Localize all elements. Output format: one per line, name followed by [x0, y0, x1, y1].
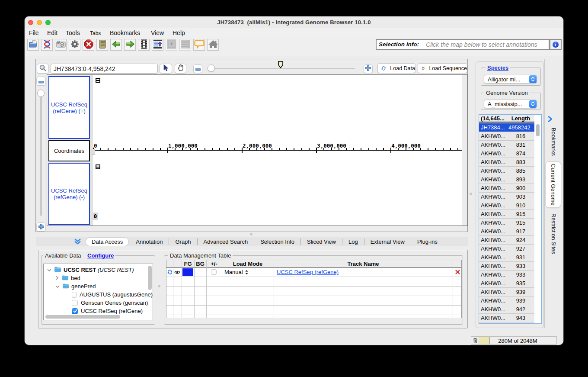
track-visibility-button[interactable] [173, 267, 182, 277]
species-title-link[interactable]: Species [486, 64, 510, 71]
open-file-button[interactable] [27, 39, 39, 51]
genome-canvas[interactable]: 01,000,0002,000,0003,000,0004,000,000 0 [93, 75, 462, 226]
header-load-mode[interactable]: Load Mode [222, 260, 274, 267]
sequence-row[interactable]: AKHW0... 939 [479, 288, 534, 296]
sequence-row[interactable]: AKHW0... 942 [479, 305, 534, 314]
table-scrollbar-thumb[interactable] [536, 124, 540, 136]
sequence-row[interactable]: AKHW0... 943 [479, 314, 534, 322]
checkbox-unchecked[interactable] [211, 269, 217, 275]
sequence-row[interactable]: AKHW0... 939 [479, 296, 534, 305]
tree-node-bed[interactable]: bed [44, 274, 153, 282]
collapse-track-plus-icon[interactable] [96, 78, 100, 83]
bottom-tab[interactable]: Advanced Search [197, 238, 254, 245]
bottom-tab[interactable]: Sliced View [300, 238, 342, 245]
main-bottom-split-handle[interactable] [250, 233, 252, 235]
header-bg[interactable]: BG [194, 260, 206, 267]
home-button[interactable] [207, 39, 219, 51]
bottom-tab[interactable]: External View [364, 238, 411, 245]
checkbox-checked[interactable] [72, 308, 78, 314]
sequence-row[interactable]: AKHW0... 900 [479, 184, 534, 193]
axis-handle[interactable] [92, 149, 95, 155]
export-button[interactable] [152, 39, 163, 51]
sequence-row[interactable]: AKHW0... 933 [479, 271, 534, 279]
load-data-button[interactable]: Load Data [377, 63, 415, 73]
column-header-name[interactable]: (14,645... [481, 115, 505, 122]
dna-button[interactable] [41, 39, 53, 51]
plusminus-checkbox[interactable] [211, 269, 217, 275]
menu-file[interactable]: File [29, 29, 39, 36]
bottom-tab[interactable]: Log [342, 238, 364, 245]
side-tab-current-genome[interactable]: Current Genome [545, 161, 561, 208]
table-scrollbar[interactable] [534, 115, 541, 323]
tutorial-button[interactable] [96, 39, 108, 51]
selection-info-field[interactable]: Selection Info: Click the map below to s… [376, 39, 550, 50]
genome-version-select[interactable]: A_mississip... [484, 100, 537, 108]
sequence-row[interactable]: AKHW0... 816 [479, 132, 534, 141]
menu-tabs[interactable]: Tabs [90, 30, 101, 36]
sequence-row[interactable]: AKHW0... 885 [479, 167, 534, 175]
back-button[interactable] [110, 39, 122, 51]
pan-tool-button[interactable] [175, 64, 186, 74]
chevron-right-icon[interactable] [56, 275, 59, 281]
track-label-coordinates[interactable]: Coordinates [48, 140, 90, 161]
sequence-row[interactable]: AKHW0... 924 [479, 236, 534, 245]
sequence-row[interactable]: AKHW0... 915 [479, 210, 534, 219]
forward-button[interactable] [124, 39, 136, 51]
chevron-down-icon[interactable] [55, 284, 60, 290]
tree-node-ucsc-rest[interactable]: UCSC REST (UCSC REST) [44, 266, 153, 274]
sequence-row-selected[interactable]: JH7384... 4958242 [479, 123, 534, 132]
sequence-row[interactable]: AKHW0... 931 [479, 253, 534, 262]
track-name-cell[interactable]: UCSC RefSeq (refGene) [277, 267, 339, 277]
checkbox-unchecked[interactable] [72, 292, 77, 298]
checkbox-unchecked[interactable] [72, 300, 78, 306]
menu-edit[interactable]: Edit [47, 29, 58, 36]
sequence-row[interactable]: AKHW0... 935 [479, 279, 534, 288]
header-track-name[interactable]: Track Name [274, 260, 453, 267]
header-plusminus[interactable]: +/- [206, 260, 222, 267]
sequence-row[interactable]: AKHW0... 927 [479, 245, 534, 253]
side-tab-restriction-sites[interactable]: Restriction Sites [546, 211, 561, 256]
side-tabs-collapse-button[interactable] [546, 116, 553, 124]
chevron-down-icon[interactable] [47, 267, 51, 273]
bottom-tab-data-access[interactable]: Data Access [86, 237, 129, 246]
sequence-row[interactable]: AKHW0... 915 [479, 219, 534, 227]
load-mode-select[interactable]: Manual [224, 267, 249, 277]
sequence-row[interactable]: AKHW0... 910 [479, 201, 534, 210]
zoom-slider-thumb[interactable] [208, 64, 215, 72]
bottom-split-handle[interactable] [158, 285, 160, 287]
zoom-out-button[interactable] [193, 64, 202, 73]
menu-tools[interactable]: Tools [66, 29, 80, 36]
vertical-zoom-out-button[interactable] [36, 77, 46, 86]
tree-node-genepred[interactable]: genePred [44, 282, 153, 290]
sequence-row[interactable]: AKHW0... 903 [479, 193, 534, 201]
location-input[interactable]: JH738473:0-4,958,242 [51, 64, 158, 74]
sequence-row[interactable]: AKHW0... 933 [479, 262, 534, 271]
track-label-refseq-minus[interactable]: UCSC RefSeq (refGene) (-) [48, 163, 90, 225]
search-button[interactable] [37, 64, 49, 74]
sequence-row[interactable]: AKHW0... 874 [479, 149, 534, 158]
tree-horizontal-scrollbar[interactable] [45, 315, 120, 319]
side-tab-bookmarks[interactable]: Bookmarks [546, 128, 561, 156]
camera-button[interactable] [55, 39, 67, 51]
preferences-button[interactable] [69, 39, 80, 51]
vertical-zoom-in-button[interactable] [36, 222, 46, 232]
delete-track-button[interactable] [453, 267, 462, 277]
bottom-tab[interactable]: Selection Info [254, 238, 300, 245]
track-label-refseq-plus[interactable]: UCSC RefSeq (refGene) (+) [48, 76, 90, 139]
menu-help[interactable]: Help [173, 29, 185, 36]
fg-color-swatch[interactable] [182, 268, 193, 276]
sequence-row[interactable]: AKHW0... 883 [479, 158, 534, 167]
minimize-tabs-button[interactable] [73, 238, 82, 245]
sequence-row[interactable]: AKHW0... 831 [479, 141, 534, 149]
stop-button[interactable] [83, 39, 94, 51]
menu-view[interactable]: View [151, 29, 164, 36]
load-sequence-button[interactable]: Load Sequence [418, 63, 467, 73]
bottom-tab[interactable]: Annotation [130, 238, 169, 245]
select-tool-button[interactable] [160, 64, 172, 74]
bottom-tab[interactable]: Plug-ins [411, 238, 444, 245]
garbage-collect-button[interactable] [472, 337, 479, 344]
sequence-row[interactable]: AKHW0... 917 [479, 227, 534, 236]
vertical-zoom-slider[interactable] [40, 93, 42, 216]
refresh-track-button[interactable] [166, 267, 173, 277]
tree-vertical-scrollbar[interactable] [148, 266, 152, 290]
